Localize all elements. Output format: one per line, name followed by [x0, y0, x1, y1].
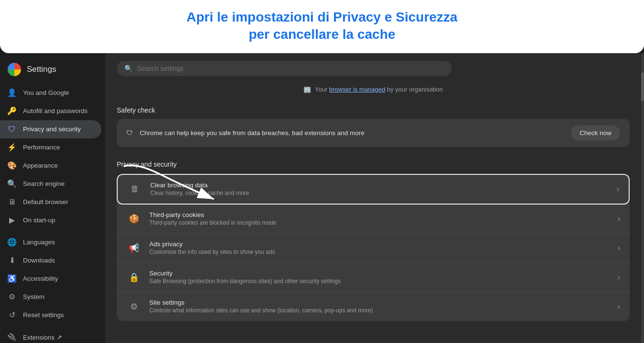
sidebar-label-autofill: Autofill and passwords: [23, 107, 88, 114]
privacy-security-section: Privacy and security 🗑 Clear browsing da…: [105, 155, 641, 329]
sidebar-label-search-engine: Search engine: [23, 180, 65, 187]
sidebar-label-performance: Performance: [23, 144, 60, 151]
sidebar-item-system[interactable]: ⚙ System: [0, 288, 101, 306]
building-icon: 🏢: [303, 86, 311, 93]
safety-check-section: Safety check 🛡 Chrome can help keep you …: [105, 99, 641, 147]
sidebar-item-autofill[interactable]: 🔑 Autofill and passwords: [0, 102, 101, 120]
ads-privacy-title: Ads privacy: [149, 240, 614, 248]
settings-list: 🗑 Clear browsing data Clear history, coo…: [117, 174, 630, 321]
clear-browsing-subtitle: Clear history, cookies, cache and more: [150, 190, 613, 196]
sidebar-label-on-startup: On start-up: [23, 217, 56, 224]
settings-row-clear-browsing[interactable]: 🗑 Clear browsing data Clear history, coo…: [117, 174, 630, 205]
key-icon: 🔑: [8, 107, 16, 115]
person-icon: 👤: [8, 89, 16, 97]
search-icon: 🔍: [124, 65, 133, 72]
settings-row-site-settings[interactable]: ⚙ Site settings Controls what informatio…: [117, 292, 630, 321]
ads-privacy-content: Ads privacy Customise the info used by s…: [149, 240, 614, 255]
security-title: Security: [149, 270, 614, 277]
reset-icon: ↺: [8, 311, 16, 320]
safety-shield-icon: 🛡: [126, 129, 133, 137]
sidebar-item-appearance[interactable]: 🎨 Appearance: [0, 157, 101, 175]
sidebar-label-system: System: [23, 293, 44, 300]
third-party-cookies-content: Third-party cookies Third-party cookies …: [149, 211, 614, 226]
chevron-right-icon-2: ›: [618, 215, 620, 223]
clear-browsing-title: Clear browsing data: [150, 182, 613, 189]
sidebar-item-privacy[interactable]: 🛡 Privacy and security: [0, 120, 101, 138]
chevron-right-icon-5: ›: [618, 302, 620, 311]
search-input[interactable]: [137, 65, 444, 72]
site-settings-title: Site settings: [149, 299, 614, 306]
sidebar-item-downloads[interactable]: ⬇ Downloads: [0, 252, 101, 270]
third-party-cookies-subtitle: Third-party cookies are blocked in Incog…: [149, 219, 614, 226]
sidebar-label-downloads: Downloads: [23, 257, 55, 264]
sidebar: Settings 👤 You and Google 🔑 Autofill and…: [0, 53, 105, 343]
sidebar-item-on-startup[interactable]: ▶ On start-up: [0, 211, 101, 229]
search-bar: 🔍: [117, 61, 452, 76]
clear-browsing-content: Clear browsing data Clear history, cooki…: [150, 182, 613, 196]
trash-icon: 🗑: [127, 182, 143, 197]
cookies-icon: 🍪: [126, 211, 142, 227]
ads-icon: 📢: [126, 240, 142, 256]
third-party-cookies-title: Third-party cookies: [149, 211, 614, 218]
search-bar-container: 🔍: [105, 53, 641, 84]
sidebar-item-search-engine[interactable]: 🔍 Search engine: [0, 175, 101, 193]
system-icon: ⚙: [8, 293, 16, 301]
scroll-thumb[interactable]: [641, 72, 644, 101]
performance-icon: ⚡: [8, 143, 16, 152]
privacy-security-title: Privacy and security: [117, 159, 630, 174]
download-icon: ⬇: [8, 256, 16, 265]
sidebar-label-appearance: Appearance: [23, 162, 58, 169]
ads-privacy-subtitle: Customise the info used by sites to show…: [149, 249, 614, 255]
managed-link[interactable]: browser is managed: [329, 86, 385, 93]
managed-notice: 🏢 Your browser is managed by your organi…: [105, 84, 641, 99]
globe-icon: 🌐: [8, 238, 16, 247]
search-engine-icon: 🔍: [8, 180, 16, 188]
content-area: 🔍 🏢 Your browser is managed by your orga…: [105, 53, 641, 343]
sidebar-item-accessibility[interactable]: ♿ Accessibility: [0, 270, 101, 288]
shield-icon: 🛡: [8, 125, 16, 134]
sidebar-item-default-browser[interactable]: 🖥 Default browser: [0, 193, 101, 211]
header-title: Apri le impostazioni di Privacy e Sicure…: [19, 9, 625, 44]
extensions-icon: 🔌: [8, 333, 16, 342]
lock-icon: 🔒: [126, 270, 142, 285]
sidebar-item-performance[interactable]: ⚡ Performance: [0, 138, 101, 157]
scrollbar[interactable]: [641, 53, 644, 343]
sidebar-item-reset[interactable]: ↺ Reset settings: [0, 306, 101, 324]
security-content: Security Safe Browsing (protection from …: [149, 270, 614, 285]
sidebar-header: Settings: [0, 57, 105, 84]
startup-icon: ▶: [8, 216, 16, 225]
browser-icon: 🖥: [8, 198, 16, 206]
sidebar-label-you-and-google: You and Google: [23, 89, 69, 96]
settings-row-third-party-cookies[interactable]: 🍪 Third-party cookies Third-party cookie…: [117, 205, 630, 234]
settings-row-security[interactable]: 🔒 Security Safe Browsing (protection fro…: [117, 263, 630, 292]
sidebar-item-you-and-google[interactable]: 👤 You and Google: [0, 84, 101, 102]
security-subtitle: Safe Browsing (protection from dangerous…: [149, 278, 614, 285]
main-layout: Settings 👤 You and Google 🔑 Autofill and…: [0, 53, 644, 343]
check-now-button[interactable]: Check now: [571, 126, 620, 140]
sidebar-label-languages: Languages: [23, 239, 55, 246]
sidebar-label-reset: Reset settings: [23, 311, 64, 319]
site-settings-content: Site settings Controls what information …: [149, 299, 614, 314]
site-settings-icon: ⚙: [126, 299, 142, 314]
sidebar-item-languages[interactable]: 🌐 Languages: [0, 233, 101, 252]
chrome-logo-icon: [8, 63, 21, 76]
appearance-icon: 🎨: [8, 161, 16, 170]
safety-check-left: 🛡 Chrome can help keep you safe from dat…: [126, 129, 365, 137]
accessibility-icon: ♿: [8, 274, 16, 283]
sidebar-title: Settings: [27, 65, 56, 74]
site-settings-subtitle: Controls what information sites can use …: [149, 307, 614, 314]
sidebar-item-extensions[interactable]: 🔌 Extensions ↗: [0, 328, 101, 343]
safety-check-card: 🛡 Chrome can help keep you safe from dat…: [117, 119, 630, 147]
managed-text: Your browser is managed by your organisa…: [315, 86, 443, 93]
chevron-right-icon-3: ›: [618, 244, 620, 252]
header-banner: Apri le impostazioni di Privacy e Sicure…: [0, 0, 644, 53]
chevron-right-icon-4: ›: [618, 273, 620, 282]
sidebar-label-accessibility: Accessibility: [23, 275, 58, 282]
safety-check-title: Safety check: [117, 103, 630, 119]
safety-check-description: Chrome can help keep you safe from data …: [140, 129, 365, 137]
chevron-right-icon: ›: [617, 185, 619, 194]
sidebar-label-privacy: Privacy and security: [23, 126, 81, 133]
sidebar-label-extensions: Extensions ↗: [23, 333, 62, 341]
sidebar-label-default-browser: Default browser: [23, 198, 68, 206]
settings-row-ads-privacy[interactable]: 📢 Ads privacy Customise the info used by…: [117, 234, 630, 263]
